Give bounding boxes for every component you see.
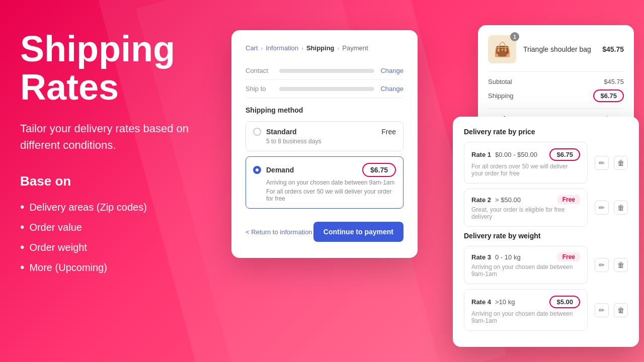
rate3-price: Free <box>557 252 580 261</box>
bullet-list: Delivery areas (Zip codes)Order valueOrd… <box>20 197 196 278</box>
rate2-delete-button[interactable]: 🗑 <box>614 201 628 215</box>
contact-label: Contact <box>246 67 273 74</box>
shipping-option-demand[interactable]: Demand $6.75 Arriving on your chosen dat… <box>246 156 404 209</box>
rates-card: Delivery rate by price Rate 1 $0.00 - $5… <box>453 117 639 347</box>
checkout-actions: < Return to information Continue to paym… <box>246 214 404 244</box>
ship-to-value-bar <box>279 87 374 91</box>
rate4-range: >10 kg <box>495 298 515 306</box>
rate4-actions: ✏ 🗑 <box>595 303 628 317</box>
subtotal-row: Subtotal $45.75 <box>488 78 624 85</box>
breadcrumb-information[interactable]: Information <box>266 44 298 52</box>
rate2-price: Free <box>557 195 580 204</box>
ship-to-change[interactable]: Change <box>380 85 404 93</box>
option-desc2-demand: For all orders over 50 we will deliver y… <box>266 188 396 202</box>
breadcrumb-sep3: › <box>338 45 340 51</box>
base-on-title: Base on <box>20 173 196 189</box>
continue-button[interactable]: Continue to payment <box>313 222 404 242</box>
contact-change[interactable]: Change <box>380 67 404 74</box>
rates-by-weight-title: Delivery rate by weight <box>464 232 628 240</box>
breadcrumb-sep2: › <box>301 45 303 51</box>
shipping-method-title: Shipping method <box>246 106 404 114</box>
contact-row: Contact Change <box>246 62 404 80</box>
rate2-edit-button[interactable]: ✏ <box>595 201 609 215</box>
checkout-card: Cart › Information › Shipping › Payment … <box>231 30 418 258</box>
rate3-edit-button[interactable]: ✏ <box>595 258 609 272</box>
right-area: 👜 1 Triangle shoulder bag $45.75 Subtota… <box>231 25 634 337</box>
rate3-item: Rate 3 0 - 10 kg Free Arriving on your c… <box>464 246 588 284</box>
rate2-name: Rate 2 <box>471 196 491 204</box>
contact-value-bar <box>279 69 374 73</box>
subtotal-label: Subtotal <box>488 78 512 85</box>
bullet-item: More (Upcoming) <box>20 257 196 278</box>
left-panel: Shipping Rates Tailor your delivery rate… <box>0 0 216 362</box>
rate2-row: Rate 2 > $50.00 Free Great, your order i… <box>464 189 628 227</box>
main-title: Shipping Rates <box>20 30 196 106</box>
rate4-desc: Arriving on your chosen date between 9am… <box>471 310 580 324</box>
breadcrumb-shipping: Shipping <box>306 44 335 52</box>
rate3-desc: Arriving on your chosen date between 9am… <box>471 263 580 278</box>
product-name: Triangle shoulder bag <box>523 45 595 53</box>
shipping-row: Shipping $6.75 <box>488 89 624 102</box>
rate1-delete-button[interactable]: 🗑 <box>614 156 628 170</box>
bullet-item: Order weight <box>20 237 196 257</box>
ship-to-row: Ship to Change <box>246 80 404 98</box>
rates-by-price-title: Delivery rate by price <box>464 128 628 136</box>
shipping-value: $6.75 <box>593 89 624 102</box>
rate4-row: Rate 4 >10 kg $5.00 Arriving on your cho… <box>464 289 628 331</box>
quantity-badge: 1 <box>510 32 519 41</box>
radio-demand[interactable] <box>253 166 261 174</box>
option-name-standard: Standard <box>266 128 376 136</box>
rate2-desc: Great, your order is eligible for free d… <box>471 206 580 220</box>
rate1-desc: For all orders over 50 we will deliver y… <box>471 163 580 177</box>
subtitle: Tailor your delivery rates based on diff… <box>20 120 196 153</box>
radio-standard[interactable] <box>253 128 261 136</box>
product-price: $45.75 <box>602 45 624 53</box>
rate2-item: Rate 2 > $50.00 Free Great, your order i… <box>464 189 588 227</box>
shipping-option-standard[interactable]: Standard Free 5 to 8 business days <box>246 121 404 151</box>
shipping-label: Shipping <box>488 92 514 100</box>
subtotal-value: $45.75 <box>604 78 624 85</box>
rate3-row: Rate 3 0 - 10 kg Free Arriving on your c… <box>464 246 628 284</box>
rate3-name: Rate 3 <box>471 253 491 261</box>
rate3-delete-button[interactable]: 🗑 <box>614 258 628 272</box>
option-name-demand: Demand <box>266 166 357 174</box>
product-row: 👜 1 Triangle shoulder bag $45.75 <box>488 35 624 63</box>
rate1-edit-button[interactable]: ✏ <box>595 156 609 170</box>
product-image: 👜 1 <box>488 35 516 63</box>
rate4-edit-button[interactable]: ✏ <box>595 303 609 317</box>
option-price-demand: $6.75 <box>362 163 396 177</box>
breadcrumb-cart[interactable]: Cart <box>246 44 258 52</box>
rate4-price: $5.00 <box>549 296 580 308</box>
option-desc-standard: 5 to 8 business days <box>266 138 396 145</box>
bag-icon: 👜 <box>494 41 511 58</box>
rate3-actions: ✏ 🗑 <box>595 258 628 272</box>
rate1-range: $0.00 - $50.00 <box>495 151 537 158</box>
breadcrumb: Cart › Information › Shipping › Payment <box>246 44 404 52</box>
rate2-actions: ✏ 🗑 <box>595 201 628 215</box>
back-link[interactable]: < Return to information <box>246 228 312 236</box>
ship-to-label: Ship to <box>246 85 273 93</box>
option-desc1-demand: Arriving on your chosen date between 9am… <box>266 179 396 186</box>
bullet-item: Delivery areas (Zip codes) <box>20 197 196 217</box>
rate1-price: $6.75 <box>549 148 580 161</box>
rate2-range: > $50.00 <box>495 196 521 204</box>
divider2 <box>488 108 624 109</box>
rate3-range: 0 - 10 kg <box>495 253 521 261</box>
rate1-row: Rate 1 $0.00 - $50.00 $6.75 For all orde… <box>464 142 628 184</box>
divider <box>488 71 624 72</box>
rate1-actions: ✏ 🗑 <box>595 156 628 170</box>
rate4-name: Rate 4 <box>471 298 491 306</box>
option-price-standard: Free <box>381 128 396 136</box>
rate4-item: Rate 4 >10 kg $5.00 Arriving on your cho… <box>464 289 588 331</box>
rate1-item: Rate 1 $0.00 - $50.00 $6.75 For all orde… <box>464 142 588 184</box>
breadcrumb-sep1: › <box>261 45 263 51</box>
rate4-delete-button[interactable]: 🗑 <box>614 303 628 317</box>
breadcrumb-payment: Payment <box>342 44 368 52</box>
bullet-item: Order value <box>20 217 196 237</box>
rate1-name: Rate 1 <box>471 151 491 158</box>
